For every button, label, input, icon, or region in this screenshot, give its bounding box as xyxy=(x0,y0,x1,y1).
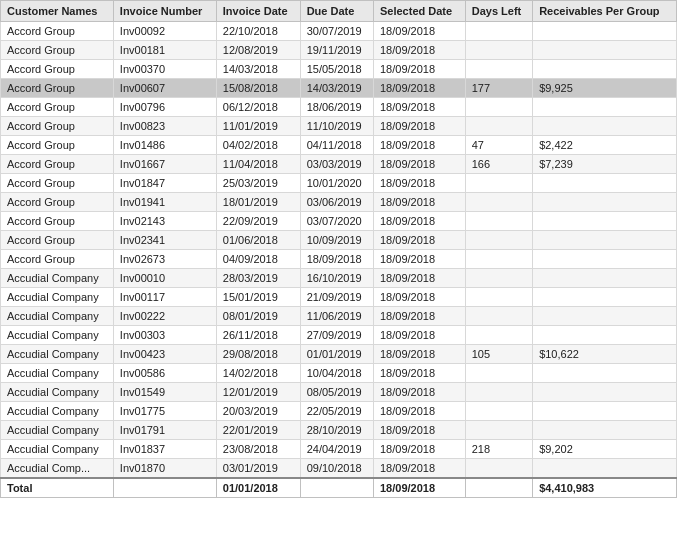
table-row[interactable]: Accord GroupInv0037014/03/201815/05/2018… xyxy=(1,60,677,79)
table-cell: 21/09/2019 xyxy=(300,288,373,307)
table-cell: Accord Group xyxy=(1,98,114,117)
table-cell: 19/11/2019 xyxy=(300,41,373,60)
table-row[interactable]: Accudial CompanyInv0001028/03/201916/10/… xyxy=(1,269,677,288)
table-row[interactable]: Accudial CompanyInv0022208/01/201911/06/… xyxy=(1,307,677,326)
table-cell xyxy=(533,22,677,41)
table-cell: 14/03/2019 xyxy=(300,79,373,98)
table-cell: 18/09/2018 xyxy=(373,79,465,98)
table-row[interactable]: Accudial CompanyInv0177520/03/201922/05/… xyxy=(1,402,677,421)
table-cell: Inv01486 xyxy=(113,136,216,155)
table-cell: 06/12/2018 xyxy=(216,98,300,117)
table-row[interactable]: Accord GroupInv0009222/10/201830/07/2019… xyxy=(1,22,677,41)
table-cell: 16/10/2019 xyxy=(300,269,373,288)
table-cell: 09/10/2018 xyxy=(300,459,373,479)
table-row[interactable]: Accord GroupInv0079606/12/201818/06/2019… xyxy=(1,98,677,117)
table-cell xyxy=(465,212,532,231)
table-cell: $2,422 xyxy=(533,136,677,155)
table-cell: 22/10/2018 xyxy=(216,22,300,41)
table-cell xyxy=(533,326,677,345)
table-row[interactable]: Accudial CompanyInv0011715/01/201921/09/… xyxy=(1,288,677,307)
table-cell: Inv01870 xyxy=(113,459,216,479)
table-cell: Inv00370 xyxy=(113,60,216,79)
table-cell: 24/04/2019 xyxy=(300,440,373,459)
table-cell xyxy=(465,383,532,402)
table-row[interactable]: Accord GroupInv0194118/01/201903/06/2019… xyxy=(1,193,677,212)
table-header-row: Customer Names Invoice Number Invoice Da… xyxy=(1,1,677,22)
table-cell xyxy=(465,117,532,136)
table-cell: 18/09/2018 xyxy=(373,307,465,326)
table-cell: 18/09/2018 xyxy=(373,402,465,421)
table-cell: Accudial Company xyxy=(1,364,114,383)
table-cell: 04/11/2018 xyxy=(300,136,373,155)
col-invoice-number: Invoice Number xyxy=(113,1,216,22)
table-cell: Inv00222 xyxy=(113,307,216,326)
table-row[interactable]: Accudial CompanyInv0058614/02/201810/04/… xyxy=(1,364,677,383)
table-cell: 20/03/2019 xyxy=(216,402,300,421)
table-cell: 08/01/2019 xyxy=(216,307,300,326)
table-row[interactable]: Accord GroupInv0184725/03/201910/01/2020… xyxy=(1,174,677,193)
table-cell xyxy=(533,174,677,193)
table-cell: $10,622 xyxy=(533,345,677,364)
table-cell: 30/07/2019 xyxy=(300,22,373,41)
table-cell: Accord Group xyxy=(1,231,114,250)
table-row[interactable]: Accudial CompanyInv0179122/01/201928/10/… xyxy=(1,421,677,440)
table-row[interactable]: Accudial Comp...Inv0187003/01/201909/10/… xyxy=(1,459,677,479)
col-selected-date: Selected Date xyxy=(373,1,465,22)
table-cell: Accord Group xyxy=(1,60,114,79)
table-cell: 18/09/2018 xyxy=(373,193,465,212)
table-cell: $9,202 xyxy=(533,440,677,459)
table-row[interactable]: Accord GroupInv0060715/08/201814/03/2019… xyxy=(1,79,677,98)
table-cell: 105 xyxy=(465,345,532,364)
table-row[interactable]: Accord GroupInv0018112/08/201919/11/2019… xyxy=(1,41,677,60)
table-cell: 18/09/2018 xyxy=(373,117,465,136)
table-cell: Accord Group xyxy=(1,79,114,98)
table-cell xyxy=(533,307,677,326)
table-row[interactable]: Accord GroupInv0082311/01/201911/10/2019… xyxy=(1,117,677,136)
table-cell: 18/09/2018 xyxy=(373,212,465,231)
table-cell: Inv00117 xyxy=(113,288,216,307)
table-cell xyxy=(465,174,532,193)
table-cell xyxy=(533,459,677,479)
table-cell: 22/05/2019 xyxy=(300,402,373,421)
table-cell: 166 xyxy=(465,155,532,174)
table-cell: 10/01/2020 xyxy=(300,174,373,193)
table-cell xyxy=(465,269,532,288)
table-row[interactable]: Accord GroupInv0267304/09/201818/09/2018… xyxy=(1,250,677,269)
table-cell: 18/09/2018 xyxy=(373,98,465,117)
table-cell: 12/08/2019 xyxy=(216,41,300,60)
table-cell: Accord Group xyxy=(1,22,114,41)
table-cell xyxy=(533,231,677,250)
table-cell: Inv00181 xyxy=(113,41,216,60)
table-cell xyxy=(533,421,677,440)
table-cell: Accudial Company xyxy=(1,326,114,345)
footer-due-date xyxy=(300,478,373,498)
table-row[interactable]: Accudial CompanyInv0183723/08/201824/04/… xyxy=(1,440,677,459)
table-row[interactable]: Accord GroupInv0214322/09/201903/07/2020… xyxy=(1,212,677,231)
footer-selected-date: 18/09/2018 xyxy=(373,478,465,498)
table-row[interactable]: Accudial CompanyInv0042329/08/201801/01/… xyxy=(1,345,677,364)
table-cell: 03/03/2019 xyxy=(300,155,373,174)
table-cell: 18/09/2018 xyxy=(373,155,465,174)
table-cell: Accudial Company xyxy=(1,269,114,288)
table-cell: $7,239 xyxy=(533,155,677,174)
table-cell: 28/03/2019 xyxy=(216,269,300,288)
table-cell: 25/03/2019 xyxy=(216,174,300,193)
footer-invoice-date: 01/01/2018 xyxy=(216,478,300,498)
col-customer-names: Customer Names xyxy=(1,1,114,22)
table-cell xyxy=(533,288,677,307)
table-row[interactable]: Accord GroupInv0148604/02/201804/11/2018… xyxy=(1,136,677,155)
table-cell xyxy=(465,364,532,383)
table-cell: Inv01775 xyxy=(113,402,216,421)
table-row[interactable]: Accudial CompanyInv0154912/01/201908/05/… xyxy=(1,383,677,402)
table-cell xyxy=(533,402,677,421)
table-row[interactable]: Accord GroupInv0234101/06/201810/09/2019… xyxy=(1,231,677,250)
footer-days-left xyxy=(465,478,532,498)
table-cell: Accudial Company xyxy=(1,383,114,402)
col-days-left: Days Left xyxy=(465,1,532,22)
table-row[interactable]: Accudial CompanyInv0030326/11/201827/09/… xyxy=(1,326,677,345)
footer-label: Total xyxy=(1,478,114,498)
table-cell xyxy=(465,402,532,421)
table-row[interactable]: Accord GroupInv0166711/04/201803/03/2019… xyxy=(1,155,677,174)
footer-invoice-number xyxy=(113,478,216,498)
table-cell: Accudial Company xyxy=(1,307,114,326)
